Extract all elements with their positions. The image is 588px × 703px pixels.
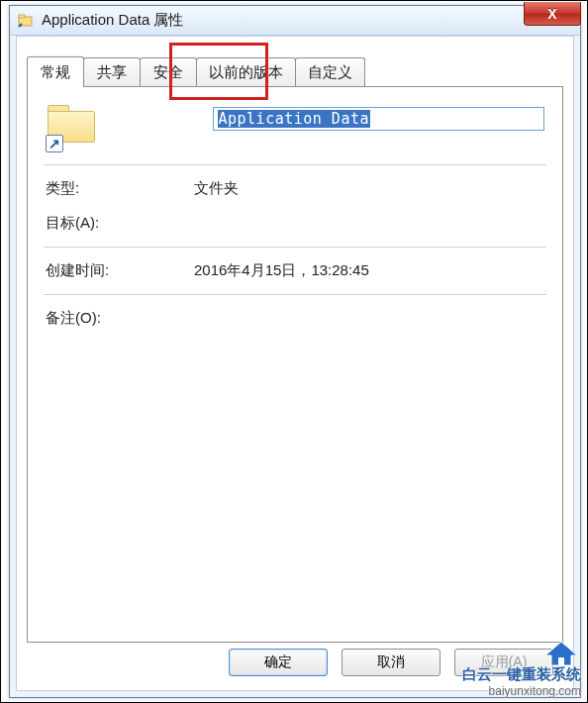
name-input[interactable]: Application Data — [213, 107, 545, 131]
svg-rect-1 — [19, 15, 25, 18]
window-title: Application Data 属性 — [42, 11, 183, 30]
tab-previous[interactable]: 以前的版本 — [196, 57, 296, 87]
tab-label: 常规 — [41, 63, 70, 82]
tab-label: 共享 — [97, 63, 127, 82]
type-label: 类型: — [46, 179, 194, 198]
created-label: 创建时间: — [46, 261, 194, 280]
separator — [44, 247, 546, 248]
tab-label: 自定义 — [308, 63, 352, 82]
folder-shortcut-icon: ↗ — [46, 103, 96, 151]
separator — [44, 294, 546, 295]
comment-row: 备注(O): — [28, 301, 562, 336]
close-button[interactable]: X — [524, 2, 581, 26]
created-row: 创建时间: 2016年4月15日，13:28:45 — [28, 253, 562, 288]
tab-customize[interactable]: 自定义 — [295, 57, 365, 87]
close-icon: X — [547, 6, 556, 22]
button-label: 确定 — [264, 653, 292, 671]
properties-dialog: Application Data 属性 X 常规 共享 安全 以前的版本 自定义… — [9, 5, 581, 698]
tab-label: 安全 — [153, 63, 183, 82]
tab-security[interactable]: 安全 — [140, 57, 197, 87]
ok-button[interactable]: 确定 — [229, 649, 328, 676]
shortcut-overlay-icon: ↗ — [46, 135, 63, 152]
name-row: ↗ Application Data — [28, 87, 562, 158]
screenshot-frame: Application Data 属性 X 常规 共享 安全 以前的版本 自定义… — [0, 0, 588, 703]
type-row: 类型: 文件夹 — [28, 171, 562, 206]
titlebar: Application Data 属性 X — [10, 6, 580, 36]
type-value: 文件夹 — [194, 179, 239, 198]
separator — [44, 164, 546, 165]
tab-panel-general: ↗ Application Data 类型: 文件夹 目标(A): 创建时间: … — [27, 86, 563, 643]
client-area: 常规 共享 安全 以前的版本 自定义 ↗ Application Data 类型… — [16, 36, 574, 691]
selected-text: Application Data — [218, 110, 371, 128]
dialog-buttons: 确定 取消 应用(A) — [17, 649, 573, 682]
tab-general[interactable]: 常规 — [27, 56, 84, 87]
cancel-button[interactable]: 取消 — [342, 649, 441, 676]
created-value: 2016年4月15日，13:28:45 — [194, 261, 369, 280]
target-label: 目标(A): — [46, 214, 194, 233]
button-label: 应用(A) — [481, 653, 528, 671]
target-row: 目标(A): — [28, 206, 562, 241]
comment-label: 备注(O): — [46, 309, 194, 328]
tab-label: 以前的版本 — [209, 63, 283, 82]
tab-strip: 常规 共享 安全 以前的版本 自定义 — [27, 56, 364, 86]
app-icon — [18, 13, 34, 29]
apply-button: 应用(A) — [454, 649, 553, 676]
button-label: 取消 — [377, 653, 405, 671]
tab-sharing[interactable]: 共享 — [83, 57, 141, 87]
